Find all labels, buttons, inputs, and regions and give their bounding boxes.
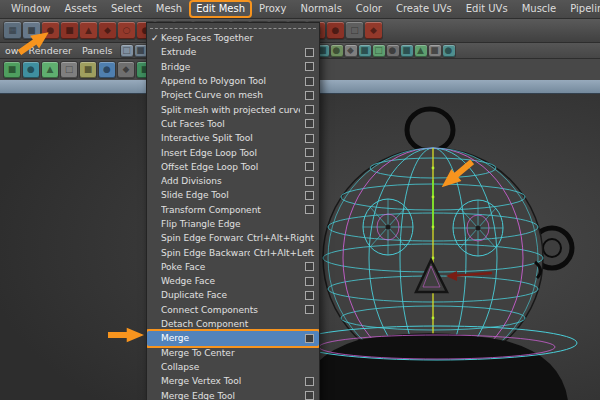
icon-glyph: ● xyxy=(333,46,341,55)
option-box-icon[interactable] xyxy=(305,277,314,286)
menu-item-label: Connect Components xyxy=(161,305,300,315)
menu-item-slide-edge-tool[interactable]: Slide Edge Tool xyxy=(147,188,319,202)
left-eye[interactable] xyxy=(363,199,413,255)
option-box-icon[interactable] xyxy=(305,148,314,157)
panelbar-icon-16[interactable]: ● xyxy=(331,45,343,57)
option-box-icon[interactable] xyxy=(305,191,314,200)
option-box-icon[interactable] xyxy=(305,91,314,100)
menu-item-cut-faces-tool[interactable]: Cut Faces Tool xyxy=(147,117,319,131)
menubar-item-mesh[interactable]: Mesh xyxy=(149,0,189,18)
menu-item-transform-component[interactable]: Transform Component xyxy=(147,203,319,217)
shelf-icon-18[interactable]: ● xyxy=(327,22,344,39)
option-box-icon[interactable] xyxy=(305,205,314,214)
menu-item-flip-triangle-edge[interactable]: Flip Triangle Edge xyxy=(147,217,319,231)
right-eye[interactable] xyxy=(453,200,503,256)
menu-item-offset-edge-loop-tool[interactable]: Offset Edge Loop Tool xyxy=(147,160,319,174)
shelf-icon-7[interactable]: ○ xyxy=(118,22,135,39)
menu-item-split-mesh-with-projected-curve[interactable]: Split mesh with projected curve xyxy=(147,102,319,116)
shortcut-label: Ctrl+Alt+Left xyxy=(254,248,314,258)
menubar-item-select[interactable]: Select xyxy=(104,0,149,18)
menu-item-poke-face[interactable]: Poke Face xyxy=(147,260,319,274)
icon-glyph: ● xyxy=(103,65,111,74)
menu-item-wedge-face[interactable]: Wedge Face xyxy=(147,274,319,288)
menubar-item-assets[interactable]: Assets xyxy=(57,0,104,18)
shelf-icon-1[interactable]: ▦ xyxy=(4,22,21,39)
menubar-item-window[interactable]: Window xyxy=(4,0,57,18)
menu-item-extrude[interactable]: Extrude xyxy=(147,45,319,59)
option-box-icon[interactable] xyxy=(305,262,314,271)
option-box-icon[interactable] xyxy=(305,77,314,86)
menu-item-interactive-split-tool[interactable]: Interactive Split Tool xyxy=(147,131,319,145)
option-box-icon[interactable] xyxy=(305,377,314,386)
menu-item-duplicate-face[interactable]: Duplicate Face xyxy=(147,288,319,302)
menu-item-spin-edge-forward[interactable]: Spin Edge ForwardCtrl+Alt+Right xyxy=(147,231,319,245)
menu-item-keep-faces-together[interactable]: ✓Keep Faces Together xyxy=(147,31,319,45)
panel-menu-renderer[interactable]: Renderer xyxy=(27,45,78,56)
option-box-icon[interactable] xyxy=(305,291,314,300)
tool-icon-5[interactable]: ■ xyxy=(80,62,96,78)
menu-item-merge[interactable]: Merge xyxy=(147,331,319,345)
shelf-icon-5[interactable]: ▲ xyxy=(80,22,97,39)
checkmark-icon: ✓ xyxy=(151,33,161,43)
menubar-item-muscle[interactable]: Muscle xyxy=(515,0,564,18)
menubar-item-create-uvs[interactable]: Create UVs xyxy=(389,0,459,18)
menu-item-append-to-polygon-tool[interactable]: Append to Polygon Tool xyxy=(147,74,319,88)
tool-icon-2[interactable]: ● xyxy=(23,62,39,78)
menu-item-project-curve-on-mesh[interactable]: Project Curve on mesh xyxy=(147,88,319,102)
option-box-icon[interactable] xyxy=(305,48,314,57)
tool-icon-4[interactable]: □ xyxy=(61,62,77,78)
menu-item-merge-vertex-tool[interactable]: Merge Vertex Tool xyxy=(147,374,319,388)
option-box-icon[interactable] xyxy=(305,119,314,128)
option-box-icon[interactable] xyxy=(305,134,314,143)
option-box-icon[interactable] xyxy=(305,334,314,343)
panelbar-icon-20[interactable]: ● xyxy=(387,45,399,57)
menu-item-detach-component[interactable]: Detach Component xyxy=(147,317,319,331)
menubar-item-pipeline-cache[interactable]: Pipeline Cache xyxy=(563,0,600,18)
panelbar-icon-19[interactable]: □ xyxy=(373,45,385,57)
tool-icon-1[interactable]: ■ xyxy=(4,62,20,78)
menu-item-collapse[interactable]: Collapse xyxy=(147,360,319,374)
panelbar-icon-24[interactable]: ● xyxy=(443,45,455,57)
panelbar-icon-2[interactable]: ■ xyxy=(135,45,147,57)
menu-item-spin-edge-backward[interactable]: Spin Edge BackwardCtrl+Alt+Left xyxy=(147,245,319,259)
icon-glyph: ◆ xyxy=(123,65,130,74)
menu-item-merge-to-center[interactable]: Merge To Center xyxy=(147,346,319,360)
option-box-icon[interactable] xyxy=(305,177,314,186)
menu-item-label: Merge xyxy=(161,333,300,343)
option-box-icon[interactable] xyxy=(305,62,314,71)
shelf-icon-19[interactable]: □ xyxy=(346,22,363,39)
menu-item-insert-edge-loop-tool[interactable]: Insert Edge Loop Tool xyxy=(147,145,319,159)
option-box-icon[interactable] xyxy=(305,105,314,114)
option-box-icon[interactable] xyxy=(305,391,314,400)
menubar-item-edit-uvs[interactable]: Edit UVs xyxy=(459,0,515,18)
panelbar-icon-17[interactable]: ◆ xyxy=(345,45,357,57)
panelbar-icon-1[interactable]: □ xyxy=(121,45,133,57)
menu-item-add-divisions[interactable]: Add Divisions xyxy=(147,174,319,188)
option-box-icon[interactable] xyxy=(305,305,314,314)
menubar-item-color[interactable]: Color xyxy=(349,0,389,18)
menubar-item-edit-mesh[interactable]: Edit Mesh xyxy=(189,0,252,18)
icon-glyph: □ xyxy=(122,46,131,55)
menu-item-label: Split mesh with projected curve xyxy=(161,105,300,115)
tool-icon-3[interactable]: ▲ xyxy=(42,62,58,78)
menubar-item-proxy[interactable]: Proxy xyxy=(252,0,293,18)
head-top-handle[interactable] xyxy=(407,109,453,151)
edit-mesh-menu: ✓Keep Faces TogetherExtrudeBridgeAppend … xyxy=(146,22,320,400)
tool-icon-6[interactable]: ● xyxy=(99,62,115,78)
panelbar-icon-18[interactable]: ■ xyxy=(359,45,371,57)
menu-item-bridge[interactable]: Bridge xyxy=(147,60,319,74)
menu-tearoff-handle[interactable] xyxy=(150,24,316,29)
panel-menu-panels[interactable]: Panels xyxy=(80,45,119,56)
shelf-icon-6[interactable]: ◆ xyxy=(99,22,116,39)
panelbar-icon-22[interactable]: ▲ xyxy=(415,45,427,57)
menubar-item-normals[interactable]: Normals xyxy=(293,0,348,18)
panelbar-icon-23[interactable]: ■ xyxy=(429,45,441,57)
panelbar-icon-21[interactable]: ■ xyxy=(401,45,413,57)
option-box-icon[interactable] xyxy=(305,162,314,171)
menu-item-merge-edge-tool[interactable]: Merge Edge Tool xyxy=(147,388,319,400)
menu-item-connect-components[interactable]: Connect Components xyxy=(147,303,319,317)
shelf-icon-4[interactable]: ■ xyxy=(61,22,78,39)
shelf-icon-20[interactable]: ◆ xyxy=(365,22,382,39)
icon-glyph: ◆ xyxy=(104,26,111,35)
tool-icon-7[interactable]: ◆ xyxy=(118,62,134,78)
